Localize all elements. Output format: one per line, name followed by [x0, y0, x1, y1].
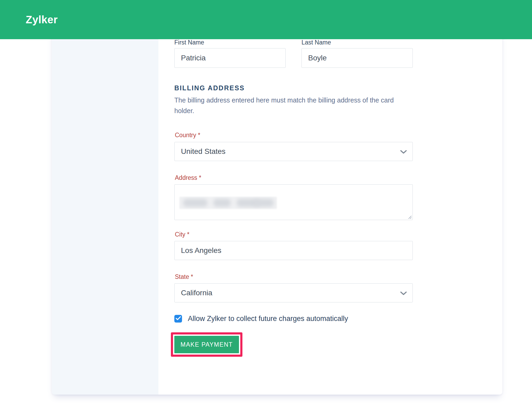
address-textarea[interactable]: [174, 184, 413, 220]
city-input[interactable]: [174, 241, 413, 260]
chevron-down-icon: [400, 147, 407, 156]
country-select[interactable]: United States: [174, 142, 413, 161]
consent-label: Allow Zylker to collect future charges a…: [188, 315, 348, 323]
first-name-input[interactable]: [174, 48, 286, 68]
address-label: Address *: [175, 174, 201, 181]
chevron-down-icon: [400, 289, 407, 297]
consent-checkbox[interactable]: [174, 315, 182, 323]
country-label: Country *: [175, 132, 200, 139]
country-value: United States: [181, 147, 225, 156]
billing-address-heading: BILLING ADDRESS: [174, 84, 245, 92]
city-label: City *: [175, 231, 189, 238]
make-payment-button[interactable]: MAKE PAYMENT: [174, 336, 239, 353]
app-header: Zylker: [0, 0, 532, 39]
consent-row: Allow Zylker to collect future charges a…: [174, 315, 348, 323]
annotation-highlight-box: MAKE PAYMENT: [171, 332, 242, 357]
brand-logo: Zylker: [26, 14, 58, 26]
sidebar-panel: [52, 0, 158, 395]
first-name-label: First Name: [174, 39, 204, 46]
state-value: California: [181, 289, 212, 297]
last-name-input[interactable]: [302, 48, 413, 68]
textarea-resize-handle[interactable]: [407, 215, 412, 219]
state-label: State *: [175, 273, 193, 280]
billing-address-description: The billing address entered here must ma…: [174, 95, 413, 116]
redacted-address-value: [179, 197, 277, 209]
state-select[interactable]: California: [174, 283, 413, 302]
last-name-label: Last Name: [302, 39, 331, 46]
checkmark-icon: [176, 316, 181, 321]
